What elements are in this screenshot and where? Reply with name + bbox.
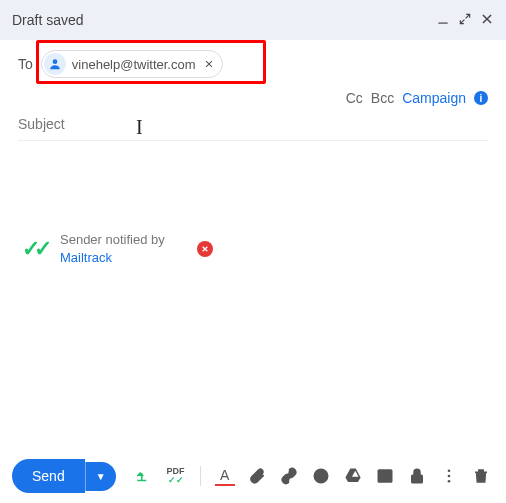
svg-rect-0 xyxy=(438,22,447,23)
cc-bcc-row: Cc Bcc Campaign i xyxy=(18,84,488,116)
text-cursor-icon: I xyxy=(136,116,143,139)
mailtrack-tool-icon[interactable] xyxy=(134,466,154,486)
compose-toolbar: Send ▼ PDF✓✓ A xyxy=(12,459,494,493)
campaign-link[interactable]: Campaign xyxy=(402,90,466,106)
link-icon[interactable] xyxy=(279,466,299,486)
svg-point-8 xyxy=(447,480,450,483)
svg-point-1 xyxy=(52,59,57,64)
svg-point-6 xyxy=(447,469,450,472)
mailtrack-link[interactable]: Mailtrack xyxy=(60,250,112,265)
svg-point-7 xyxy=(447,475,450,478)
compose-body[interactable]: ✓✓ Sender notified by Mailtrack xyxy=(18,141,488,411)
svg-point-2 xyxy=(314,469,328,483)
window-controls xyxy=(436,12,494,29)
header-title: Draft saved xyxy=(12,12,84,28)
notify-text: Sender notified by xyxy=(60,232,165,247)
remove-recipient-icon[interactable] xyxy=(204,56,214,72)
cc-link[interactable]: Cc xyxy=(346,90,363,106)
toolbar-divider xyxy=(200,466,201,486)
expand-icon[interactable] xyxy=(458,12,472,29)
to-field-row: To vinehelp@twitter.com xyxy=(18,40,488,84)
info-icon[interactable]: i xyxy=(474,91,488,105)
more-icon[interactable] xyxy=(439,466,459,486)
svg-rect-5 xyxy=(411,475,422,483)
dismiss-icon[interactable] xyxy=(197,241,213,257)
send-button[interactable]: Send xyxy=(12,459,85,493)
bcc-link[interactable]: Bcc xyxy=(371,90,394,106)
close-icon[interactable] xyxy=(480,12,494,29)
trash-icon[interactable] xyxy=(471,466,491,486)
double-check-icon: ✓✓ xyxy=(22,236,46,262)
pdf-icon[interactable]: PDF✓✓ xyxy=(166,466,186,486)
recipient-chip[interactable]: vinehelp@twitter.com xyxy=(41,50,223,78)
compose-header: Draft saved xyxy=(0,0,506,40)
subject-row: I xyxy=(18,116,488,141)
recipient-email: vinehelp@twitter.com xyxy=(72,57,196,72)
send-options-button[interactable]: ▼ xyxy=(85,462,116,491)
format-icon[interactable]: A xyxy=(215,466,235,486)
image-icon[interactable] xyxy=(375,466,395,486)
attach-icon[interactable] xyxy=(247,466,267,486)
person-icon xyxy=(44,53,66,75)
emoji-icon[interactable] xyxy=(311,466,331,486)
subject-input[interactable] xyxy=(18,116,488,132)
drive-icon[interactable] xyxy=(343,466,363,486)
svg-point-4 xyxy=(380,473,382,475)
minimize-icon[interactable] xyxy=(436,12,450,29)
send-button-group: Send ▼ xyxy=(12,459,116,493)
mailtrack-notification: ✓✓ Sender notified by Mailtrack xyxy=(18,231,488,267)
mailtrack-text: Sender notified by Mailtrack xyxy=(60,231,165,267)
lock-icon[interactable] xyxy=(407,466,427,486)
to-label: To xyxy=(18,56,33,72)
